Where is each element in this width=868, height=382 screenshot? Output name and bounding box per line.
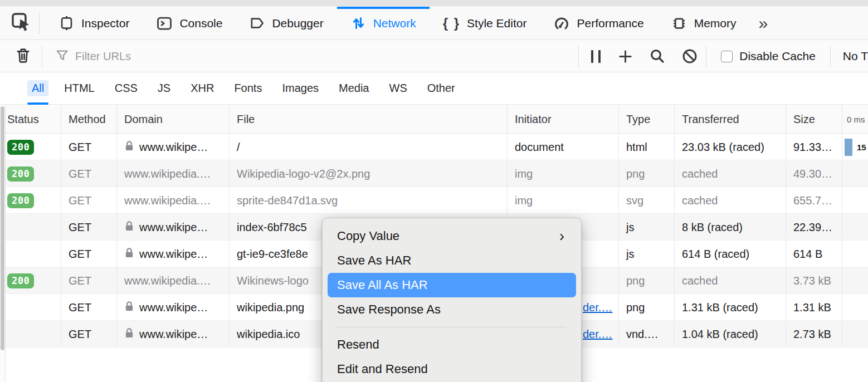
method-cell: GET bbox=[61, 160, 117, 187]
disable-cache-checkbox[interactable] bbox=[721, 51, 733, 62]
domain-cell: www.wikipe… bbox=[117, 294, 230, 321]
more-tabs-icon[interactable]: » bbox=[759, 15, 768, 32]
request-row[interactable]: 200GETwww.wikipedia.…sprite-de847d1a.svg… bbox=[0, 187, 868, 214]
filter-tab-other[interactable]: Other bbox=[427, 72, 455, 105]
toolbar-divider bbox=[39, 13, 40, 34]
menu-item-label: Save All As HAR bbox=[337, 278, 428, 292]
filter-tab-label: Other bbox=[427, 82, 455, 95]
domain-text: www.wikipedia.… bbox=[124, 275, 211, 287]
filter-tab-fonts[interactable]: Fonts bbox=[234, 72, 262, 105]
filter-tab-css[interactable]: CSS bbox=[115, 72, 138, 105]
menu-item-label: Save Response As bbox=[337, 302, 441, 316]
column-header-size[interactable]: Size bbox=[786, 105, 842, 134]
tab-performance[interactable]: Performance bbox=[540, 7, 657, 40]
column-header-file[interactable]: File bbox=[230, 105, 508, 134]
gauge-icon bbox=[553, 15, 570, 32]
vertical-scrollbar[interactable] bbox=[0, 105, 6, 382]
status-cell: 200 bbox=[0, 267, 61, 294]
menu-item-save-response-as[interactable]: Save Response As bbox=[323, 297, 581, 322]
column-header-domain[interactable]: Domain bbox=[117, 105, 230, 134]
menu-item-edit-and-resend[interactable]: Edit and Resend bbox=[323, 357, 581, 381]
request-row[interactable]: 200GETwww.wikipedia.…Wikipedia-logo-v2@2… bbox=[0, 160, 868, 187]
chip-icon bbox=[671, 15, 687, 32]
throttling-select[interactable]: No T bbox=[843, 50, 868, 63]
domain-cell: www.wikipe… bbox=[117, 134, 230, 160]
column-header-method[interactable]: Method bbox=[61, 105, 117, 134]
column-header-type[interactable]: Type bbox=[619, 105, 675, 134]
size-cell: 2.73 kB bbox=[786, 321, 842, 347]
status-cell bbox=[0, 294, 61, 321]
status-badge: 200 bbox=[7, 140, 34, 155]
status-cell: 200 bbox=[0, 160, 61, 187]
console-icon bbox=[156, 15, 173, 32]
search-icon[interactable] bbox=[649, 48, 666, 65]
column-header-status[interactable]: Status bbox=[0, 105, 61, 134]
menu-item-save-as-har[interactable]: Save As HAR bbox=[323, 248, 581, 273]
https-lock-icon bbox=[124, 327, 134, 341]
scrollbar-thumb[interactable] bbox=[1, 106, 4, 350]
request-row[interactable]: 200GETwww.wikipe…/documenthtml23.03 kB (… bbox=[0, 134, 868, 160]
filter-tab-label: Media bbox=[339, 82, 369, 95]
menu-item-save-all-as-har[interactable]: Save All As HAR bbox=[328, 273, 576, 297]
file-cell: sprite-de847d1a.svg bbox=[230, 187, 508, 214]
pick-element-icon bbox=[11, 12, 32, 35]
tab-memory[interactable]: Memory bbox=[657, 7, 750, 40]
filter-tab-media[interactable]: Media bbox=[339, 72, 369, 105]
column-header-initiator[interactable]: Initiator bbox=[508, 105, 619, 134]
filter-urls-input[interactable] bbox=[75, 50, 549, 63]
tab-console[interactable]: Console bbox=[143, 7, 236, 40]
status-cell bbox=[0, 214, 61, 241]
block-requests-icon[interactable] bbox=[681, 48, 698, 65]
size-cell: 614 B bbox=[786, 241, 842, 267]
method-cell: GET bbox=[61, 187, 117, 214]
tab-inspector[interactable]: Inspector bbox=[45, 7, 143, 40]
type-cell: png bbox=[619, 267, 675, 294]
method-cell: GET bbox=[61, 267, 117, 294]
initiator-text: img bbox=[515, 194, 533, 207]
filter-tab-all[interactable]: All bbox=[32, 72, 44, 105]
pause-traffic-icon[interactable] bbox=[591, 50, 601, 63]
filter-tab-js[interactable]: JS bbox=[158, 72, 170, 105]
waterfall-cell bbox=[842, 241, 868, 267]
filter-tab-label: CSS bbox=[115, 82, 138, 95]
https-lock-icon bbox=[124, 247, 134, 261]
transferred-cell: cached bbox=[675, 160, 786, 187]
method-cell: GET bbox=[61, 241, 117, 267]
initiator-text: document bbox=[515, 141, 564, 154]
filter-tab-ws[interactable]: WS bbox=[389, 72, 407, 105]
new-request-icon[interactable] bbox=[617, 48, 633, 65]
transferred-cell: 1.31 kB (raced) bbox=[675, 294, 786, 321]
tab-label: Console bbox=[179, 17, 222, 30]
disable-cache-label[interactable]: Disable Cache bbox=[739, 50, 816, 63]
column-header-transferred[interactable]: Transferred bbox=[675, 105, 786, 134]
tab-label: Performance bbox=[577, 17, 643, 30]
menu-item-copy-value[interactable]: Copy Value› bbox=[323, 224, 581, 248]
type-cell: js bbox=[619, 241, 675, 267]
menu-item-resend[interactable]: Resend bbox=[323, 332, 581, 357]
filter-tab-images[interactable]: Images bbox=[282, 72, 319, 105]
method-cell: GET bbox=[61, 294, 117, 321]
filter-tab-html[interactable]: HTML bbox=[64, 72, 94, 105]
initiator-link[interactable]: der.… bbox=[583, 301, 612, 314]
pick-element-button[interactable] bbox=[9, 11, 33, 36]
inspector-icon bbox=[58, 15, 75, 31]
request-type-filterbar: AllHTMLCSSJSXHRFontsImagesMediaWSOther bbox=[0, 72, 868, 105]
initiator-link[interactable]: der.… bbox=[583, 328, 612, 341]
type-cell: png bbox=[619, 294, 675, 321]
column-header-waterfall[interactable]: 0 ms bbox=[842, 105, 868, 134]
tab-debugger[interactable]: Debugger bbox=[236, 7, 337, 40]
network-arrows-icon bbox=[350, 15, 367, 31]
filter-tab-xhr[interactable]: XHR bbox=[191, 72, 214, 105]
menu-item-label: Copy Value bbox=[337, 229, 399, 243]
clear-requests-icon[interactable] bbox=[14, 47, 32, 66]
size-cell: 91.33… bbox=[786, 134, 842, 160]
waterfall-cell bbox=[842, 160, 868, 187]
transferred-cell: 1.04 kB (raced) bbox=[675, 321, 786, 347]
initiator-cell: document bbox=[508, 134, 619, 160]
menu-separator bbox=[337, 327, 567, 327]
type-cell: html bbox=[619, 134, 675, 160]
toolbar-divider bbox=[578, 46, 579, 67]
tab-style-editor[interactable]: { }Style Editor bbox=[430, 7, 540, 40]
domain-text: www.wikipe… bbox=[139, 248, 208, 261]
tab-network[interactable]: Network bbox=[337, 7, 430, 40]
